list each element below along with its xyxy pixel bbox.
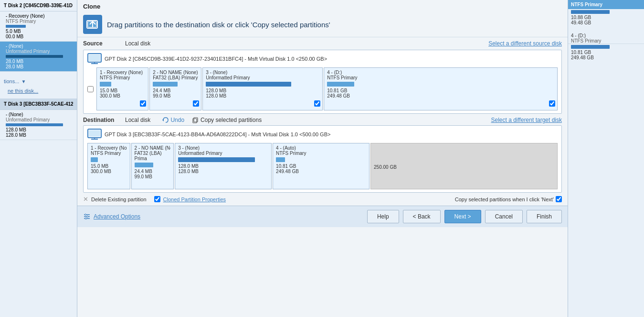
sp1-bar-row — [100, 82, 145, 87]
cloned-props-checkbox[interactable] — [154, 196, 160, 202]
dest-label: Destination — [83, 117, 121, 123]
dest-partitions-container: 1 - Recovery (None) NTFS Primary 15.0 MB… — [87, 143, 558, 189]
dp3-bar — [178, 157, 268, 162]
svg-rect-11 — [89, 130, 100, 137]
sp4-sizes: 10.81 GB 249.48 GB — [327, 88, 554, 98]
dest-disk-panel: GPT Disk 3 [EBC3B33F-5CAE-4123-BB4A-AD6A… — [83, 125, 562, 193]
sp3-name: 3 - (None) — [206, 70, 319, 75]
dp1-name: 1 - Recovery (None) — [91, 145, 127, 151]
left-sidebar: T Disk 2 [C845CD9B-339E-41D - Recovery (… — [0, 0, 77, 317]
dp2-bar — [135, 163, 171, 167]
source-disk-header: GPT Disk 2 [C845CD9B-339E-41D2-9237-2340… — [87, 53, 558, 65]
clone-icon — [83, 15, 102, 34]
right-sidebar: NTFS Primary 10.88 GB 49.48 GB 4 - (D:) … — [568, 0, 644, 317]
cloned-props-option[interactable]: Cloned Partition Properties — [154, 196, 226, 202]
dest-actions: Undo Copy selected partitions — [162, 117, 262, 123]
dialog-header: Drag partitions to the destination disk … — [77, 11, 568, 37]
dp4-sizes: 10.81 GB 249.48 GB — [276, 164, 366, 174]
footer-btns: Help < Back Next > Cancel Finish — [367, 210, 562, 223]
dest-partition-2: 2 - NO NAME (None FAT32 (LBA) Prima 24.4… — [131, 143, 174, 189]
sidebar-disk-item-1[interactable]: T Disk 2 [C845CD9B-339E-41D — [0, 0, 77, 11]
source-disk-panel: GPT Disk 2 [C845CD9B-339E-41D2-9237-2340… — [83, 50, 562, 114]
dest-header: Destination Local disk Undo Copy selecte… — [77, 114, 568, 125]
sidebar-part-type-2: Unformatted Primary — [6, 49, 73, 54]
sp3-checkbox-row — [314, 100, 320, 108]
sp4-bar — [327, 82, 354, 87]
cloned-props-label[interactable]: Cloned Partition Properties — [163, 197, 226, 202]
source-partitions-container: 1 - Recovery (None) NTFS Primary 15.0 MB… — [96, 67, 558, 110]
sidebar-clone-link[interactable]: ne this disk... — [0, 86, 77, 96]
source-partition-2: 2 - NO NAME (None) FAT32 (LBA) Primary 2… — [149, 67, 201, 110]
sp2-checkbox-row — [193, 100, 199, 108]
sidebar-partition-3[interactable]: - (None) Unformatted Primary 128.0 MB128… — [0, 110, 77, 140]
rs-sizes-2: 10.81 GB 249.48 GB — [568, 50, 644, 62]
dest-disk-header: GPT Disk 3 [EBC3B33F-5CAE-4123-BB4A-AD6A… — [87, 129, 558, 140]
sp1-name: 1 - Recovery (None) — [100, 70, 145, 75]
dp4-bar — [276, 157, 366, 162]
cancel-button[interactable]: Cancel — [485, 210, 523, 223]
svg-point-18 — [87, 216, 88, 218]
dp3-bar-fill — [178, 157, 255, 162]
dest-link[interactable]: Select a different target disk — [491, 117, 562, 123]
delete-partition-option: ✕ Delete Existing partition — [83, 196, 147, 203]
finish-button[interactable]: Finish — [527, 210, 562, 223]
sp2-type: FAT32 (LBA) Primary — [153, 75, 198, 80]
sp3-sizes: 128.0 MB 128.0 MB — [206, 88, 319, 98]
dp2-name: 2 - NO NAME (None — [135, 145, 171, 151]
sp3-checkbox[interactable] — [314, 100, 320, 107]
sp2-checkbox[interactable] — [193, 100, 199, 107]
advanced-options-icon — [83, 213, 91, 220]
sp3-bar-row — [206, 82, 319, 87]
sidebar-partition-1[interactable]: - Recovery (None) NTFS Primary 5.0 MB 00… — [0, 11, 77, 42]
sp3-bar — [206, 82, 291, 87]
sp3-type: Unformatted Primary — [206, 75, 319, 80]
copy-note-checkbox[interactable] — [556, 196, 562, 202]
dest-partition-4: 4 - (Auto) NTFS Primary 10.81 GB 249.48 … — [273, 143, 370, 189]
sidebar-sizes-1: 5.0 MB 00.0 MB — [6, 29, 73, 39]
source-main-checkbox[interactable] — [87, 86, 94, 92]
sp2-bar — [153, 82, 178, 87]
undo-btn[interactable]: Undo — [162, 117, 184, 123]
sidebar-disk-item-2[interactable]: T Disk 3 [EBC3B33F-5CAE-412 — [0, 98, 77, 110]
dp2-type: FAT32 (LBA) Prima — [135, 151, 171, 161]
source-partition-4: 4 - (D:) NTFS Primary 10.81 GB 249.48 GB — [324, 67, 558, 110]
sidebar-part-type-1: NTFS Primary — [6, 19, 73, 24]
dp3-name: 3 - (None) — [178, 145, 268, 151]
delete-partition-label: Delete Existing partition — [91, 197, 147, 202]
sidebar-bar-2 — [6, 55, 63, 58]
back-button[interactable]: < Back — [403, 210, 441, 223]
dest-disk-info: GPT Disk 3 [EBC3B33F-5CAE-4123-BB4A-AD6A… — [105, 131, 330, 137]
sp1-bar — [100, 82, 111, 87]
sidebar-disk-name-1: T Disk 2 [C845CD9B-339E-41D — [4, 3, 73, 8]
sp4-type: NTFS Primary — [327, 75, 554, 80]
sp4-name: 4 - (D:) — [327, 70, 554, 75]
sp2-bar-row — [153, 82, 198, 87]
sp1-type: NTFS Primary — [100, 75, 145, 80]
sidebar-partition-2[interactable]: - (None) Unformatted Primary 28.0 MB 28.… — [0, 42, 77, 72]
dest-partition-3: 3 - (None) Unformatted Primary 128.0 MB … — [175, 143, 272, 189]
source-sublabel: Local disk — [125, 40, 150, 47]
sp2-sizes: 24.4 MB 99.0 MB — [153, 88, 198, 98]
svg-point-17 — [85, 214, 86, 216]
sidebar-bar-3 — [6, 123, 63, 126]
dest-partition-empty: 250.00 GB — [370, 143, 558, 189]
copy-btn[interactable]: Copy selected partitions — [192, 117, 262, 123]
sp4-bar-row — [327, 82, 554, 87]
footer-buttons: Advanced Options Help < Back Next > Canc… — [77, 206, 568, 227]
dialog-instruction: Drag partitions to the destination disk … — [107, 21, 330, 29]
sp1-checkbox[interactable] — [140, 100, 146, 107]
sp1-sizes: 15.0 MB 300.0 MB — [100, 88, 145, 98]
sidebar-bar-1 — [6, 25, 26, 28]
dp2-bar-fill — [135, 163, 153, 167]
advanced-options-link[interactable]: Advanced Options — [83, 213, 140, 220]
source-monitor-icon — [87, 53, 102, 65]
help-button[interactable]: Help — [367, 210, 399, 223]
copy-icon — [192, 117, 199, 123]
sp4-checkbox-row — [549, 100, 555, 108]
source-link[interactable]: Select a different source disk — [488, 40, 562, 47]
sidebar-sizes-2: 28.0 MB 28.0 MB — [6, 59, 73, 69]
sp4-checkbox[interactable] — [549, 100, 555, 107]
sidebar-actions[interactable]: tions... ▼ — [0, 77, 77, 86]
source-partition-1: 1 - Recovery (None) NTFS Primary 15.0 MB… — [96, 67, 148, 110]
next-button[interactable]: Next > — [444, 210, 481, 223]
